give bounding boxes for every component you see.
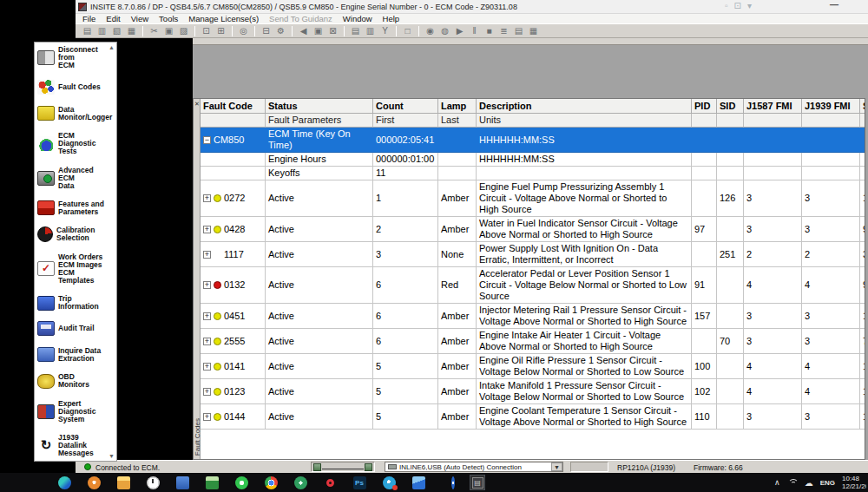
column-header[interactable]: Status (266, 99, 373, 114)
status-cell[interactable]: Active (266, 304, 373, 329)
fault-parameter-cell[interactable]: ECM Time (Key On Time) (266, 128, 373, 153)
column-header[interactable]: Description (477, 99, 692, 114)
snip-region-icon[interactable]: ▫ (725, 1, 728, 10)
sidebar-item-audit-trail[interactable]: Audit Trail (37, 321, 108, 336)
search-icon[interactable]: ◎ (237, 25, 250, 37)
ecm-group-cell[interactable] (201, 153, 266, 167)
fault-row-code-cell[interactable]: +0272 (201, 180, 266, 217)
fault-row-code-cell[interactable]: +0141 (201, 354, 266, 379)
paste-icon[interactable]: ▨ (177, 25, 190, 37)
language-indicator[interactable]: ENG (820, 479, 835, 487)
snip-fullscreen-icon[interactable]: ⊡ (734, 1, 741, 10)
column-header[interactable]: Fault Code (201, 99, 266, 114)
step-icon[interactable]: ≣ (497, 25, 510, 37)
play-icon[interactable]: ▶ (453, 25, 466, 37)
scroll-down-icon[interactable]: ▼ (108, 453, 115, 459)
refresh-icon[interactable]: ⊟ (260, 25, 273, 37)
search-icon[interactable] (87, 476, 101, 489)
filter-icon[interactable]: Y (378, 25, 391, 37)
whatsapp-icon[interactable] (234, 476, 248, 489)
status-cell[interactable]: Active (266, 242, 373, 267)
sidebar-item-disconnect-from-ecm[interactable]: Disconnect from ECM (37, 46, 108, 69)
wifi-icon[interactable] (787, 479, 798, 487)
expand-icon[interactable]: + (203, 363, 211, 371)
telegram-icon[interactable] (382, 476, 396, 489)
menu-tools[interactable]: Tools (159, 14, 178, 23)
expand-icon[interactable]: + (203, 312, 211, 320)
opera-icon[interactable] (323, 476, 337, 489)
fault-codes-tab[interactable]: Fault Codes (194, 418, 201, 456)
sidebar-item-data-monitor-logger[interactable]: Data Monitor/Logger (37, 106, 108, 121)
fault-row-code-cell[interactable]: +0144 (201, 404, 266, 430)
column-header[interactable]: PID (692, 99, 717, 114)
stop-icon[interactable]: ■ (483, 25, 496, 37)
expand-icon[interactable]: + (203, 226, 211, 233)
menu-edit[interactable]: Edit (106, 14, 120, 23)
insite-taskbar-icon[interactable]: ▤ (470, 476, 484, 489)
status-cell[interactable]: Active (266, 329, 373, 354)
sidebar-item-work-orders[interactable]: Work Orders ECM Images ECM Templates (37, 253, 108, 285)
sidebar-item-ecm-diagnostic-tests[interactable]: ECM Diagnostic Tests (37, 132, 108, 155)
column-header[interactable]: Lamp (438, 99, 477, 114)
ecm-image-icon[interactable]: ▣ (312, 25, 325, 37)
print-preview-icon[interactable]: ⊞ (214, 25, 227, 37)
print-fault-icon[interactable]: ⊠ (326, 25, 339, 37)
receive-file-icon[interactable]: ▥ (364, 25, 377, 37)
new-window-icon[interactable]: □ (401, 25, 414, 37)
status-cell[interactable]: Active (266, 180, 373, 217)
chrome-icon[interactable] (264, 476, 278, 489)
status-cell[interactable]: Active (266, 404, 373, 430)
sidebar-item-advanced-ecm-data[interactable]: Advanced ECM Data (37, 167, 108, 190)
sidebar-item-obd-monitors[interactable]: OBD Monitors (37, 373, 108, 389)
expand-icon[interactable]: + (203, 251, 211, 259)
expand-icon[interactable]: + (203, 388, 211, 396)
connection-select[interactable]: INLINE6,USB (Auto Detect) Connection ▼ (385, 462, 563, 472)
menu-view[interactable]: View (131, 14, 148, 23)
close-icon[interactable]: ✕ (194, 101, 201, 108)
snip-dropdown-icon[interactable]: ▾ (747, 1, 752, 10)
notes-app-icon[interactable] (205, 476, 219, 489)
chevron-down-icon[interactable]: ▼ (551, 462, 562, 471)
menu-window[interactable]: Window (343, 14, 372, 23)
sidebar-item-fault-codes[interactable]: Fault Codes (37, 80, 108, 95)
fault-row-code-cell[interactable]: +2555 (201, 329, 266, 354)
tray-expand-icon[interactable]: ∧ (774, 478, 780, 487)
status-cell[interactable]: Active (266, 267, 373, 304)
fault-row-code-cell[interactable]: +0132 (201, 267, 266, 304)
expand-icon[interactable]: + (203, 281, 211, 289)
fault-row-code-cell[interactable]: +1117 (201, 242, 266, 267)
status-cell[interactable]: Active (266, 354, 373, 379)
sidebar-item-j1939-datalink-messages[interactable]: ↻J1939 Datalink Messages (37, 434, 108, 457)
ecm-group-cell[interactable]: −CM850 (201, 128, 266, 153)
ecm-group-cell[interactable] (201, 167, 266, 180)
clock[interactable]: 10:4812/21/2021 (842, 475, 866, 490)
column-header[interactable]: Count (373, 99, 438, 114)
fault-parameter-cell[interactable]: Keyoffs (266, 167, 373, 180)
minimize-button[interactable]: — (827, 0, 841, 10)
column-header[interactable]: SPN (860, 99, 865, 114)
pause-icon[interactable]: ‖ (468, 25, 481, 37)
column-header[interactable]: J1587 FMI (744, 99, 802, 114)
workspace-save-icon[interactable]: ▧ (110, 25, 123, 37)
copy-icon[interactable]: ▣ (162, 25, 175, 37)
expand-icon[interactable]: + (203, 338, 211, 345)
status-cell[interactable]: Active (266, 379, 373, 404)
alarms-clock-icon[interactable] (146, 476, 160, 489)
menu-file[interactable]: File (82, 14, 95, 23)
fault-row-code-cell[interactable]: +0428 (201, 217, 266, 242)
run-icon[interactable]: ◉ (424, 25, 437, 37)
expand-icon[interactable]: + (203, 413, 211, 421)
audio-icon[interactable]: ◀ (297, 25, 310, 37)
onedrive-cloud-icon[interactable]: ☁ (805, 478, 813, 488)
sidebar-item-calibration-selection[interactable]: Calibration Selection (37, 226, 108, 242)
collapse-icon[interactable]: − (203, 136, 211, 144)
sidebar-item-features-and-parameters[interactable]: Features and Parameters (37, 200, 108, 216)
edge-icon[interactable] (57, 476, 71, 489)
photos-icon[interactable] (411, 476, 425, 489)
scroll-up-icon[interactable]: ▲ (108, 44, 115, 50)
fault-row-code-cell[interactable]: +0123 (201, 379, 266, 404)
start-button[interactable] (28, 476, 42, 489)
menu-help[interactable]: Help (383, 14, 400, 23)
connect-icon[interactable]: ⚙ (274, 25, 287, 37)
log-view-icon[interactable]: ▤ (512, 25, 525, 37)
